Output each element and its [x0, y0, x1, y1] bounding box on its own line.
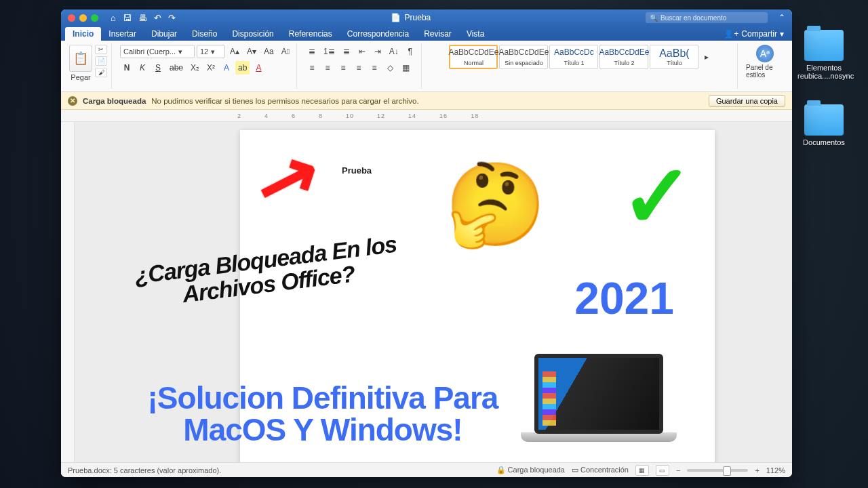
doc-name: Prueba [405, 13, 431, 22]
overlay-solution: ¡Solucion Definitiva Para MacOS Y Window… [133, 382, 513, 446]
zoom-level[interactable]: 112% [766, 466, 785, 474]
font-size-select[interactable]: 12▾ [197, 45, 225, 58]
web-layout-view-button[interactable]: ▭ [656, 465, 669, 476]
tab-referencias[interactable]: Referencias [281, 27, 340, 41]
font-name-select[interactable]: Calibri (Cuerp...▾ [120, 45, 195, 58]
paste-button[interactable]: 📋 [69, 45, 92, 72]
document-page[interactable]: Prueba ¿Carga Bloqueada En los Archivos … [240, 130, 715, 462]
word-doc-icon: 📄 [391, 13, 401, 22]
underline-button[interactable]: S [151, 61, 165, 75]
tab-dibujar[interactable]: Dibujar [144, 27, 184, 41]
tab-diseno[interactable]: Diseño [184, 27, 224, 41]
tab-vista[interactable]: Vista [459, 27, 492, 41]
home-icon[interactable]: ⌂ [111, 13, 116, 23]
tab-disposicion[interactable]: Disposición [224, 27, 281, 41]
redo-icon[interactable]: ↷ [168, 13, 176, 23]
tab-inicio[interactable]: Inicio [65, 27, 101, 41]
superscript-button[interactable]: X² [204, 61, 218, 75]
shading-button[interactable]: ◇ [383, 61, 397, 75]
align-left-button[interactable]: ≡ [305, 61, 319, 75]
search-input[interactable]: 🔍 Buscar en documento [646, 12, 768, 23]
styles-more-button[interactable]: ▸ [700, 50, 713, 64]
shrink-font-button[interactable]: A▾ [244, 45, 259, 58]
folder-icon [804, 30, 844, 61]
strike-button[interactable]: abe [167, 61, 186, 75]
numbering-button[interactable]: 1≣ [321, 45, 338, 58]
bold-button[interactable]: N [120, 61, 134, 75]
style-titulo[interactable]: AaBb(Título [650, 45, 698, 69]
desktop-folder[interactable]: Elementos reubica....nosync [797, 30, 850, 80]
desktop-folder[interactable]: Documentos [797, 104, 850, 146]
page-text[interactable]: Prueba [342, 165, 372, 176]
status-focus[interactable]: ▭ Concentración [572, 466, 629, 474]
tab-revisar[interactable]: Revisar [416, 27, 459, 41]
print-icon[interactable]: 🖶 [138, 13, 147, 23]
zoom-icon[interactable] [91, 14, 98, 22]
borders-button[interactable]: ▦ [399, 61, 412, 75]
sort-button[interactable]: A↓ [387, 45, 401, 58]
font-group: Calibri (Cuerp...▾ 12▾ A▴ A▾ Aa A⃠ N K S… [116, 43, 297, 89]
titlebar: ⌂ 🖫 🖶 ↶ ↷ 📄 Prueba 🔍 Buscar en documento… [61, 9, 792, 26]
paste-label: Pegar [71, 73, 90, 81]
overlay-question: ¿Carga Bloqueada En los Archivos Office? [123, 231, 412, 314]
styles-pane-icon: Aᵃ [756, 45, 774, 62]
highlight-button[interactable]: ab [235, 61, 250, 75]
ribbon: 📋 Pegar ✂ 📄 🖌 Calibri (Cuerp...▾ 12▾ A▴ … [61, 41, 792, 92]
style-titulo-1[interactable]: AaBbCcDcTítulo 1 [549, 45, 598, 69]
bullets-button[interactable]: ≣ [305, 45, 319, 58]
status-blocked[interactable]: 🔒 Carga bloqueada [496, 466, 565, 474]
tab-correspondencia[interactable]: Correspondencia [340, 27, 416, 41]
minimize-icon[interactable] [79, 14, 87, 22]
search-icon: 🔍 [650, 14, 658, 22]
subscript-button[interactable]: X₂ [188, 61, 202, 75]
ribbon-tabs: Inicio Insertar Dibujar Diseño Disposici… [61, 26, 792, 41]
clear-format-button[interactable]: A⃠ [279, 45, 292, 58]
styles-group: AaBbCcDdEeNormal AaBbCcDdEeSin espaciado… [426, 43, 738, 89]
checkmark-icon: ✓ [620, 145, 694, 248]
zoom-out-button[interactable]: − [676, 466, 680, 474]
style-titulo-2[interactable]: AaBbCcDdEeTítulo 2 [599, 45, 648, 69]
thinking-emoji-icon: 🤔 [445, 157, 547, 252]
search-placeholder: Buscar en documento [660, 14, 726, 22]
zoom-slider[interactable] [687, 469, 748, 472]
close-icon[interactable] [68, 14, 75, 22]
cut-button[interactable]: ✂ [95, 45, 107, 54]
horizontal-ruler[interactable]: 24681012141618 [61, 110, 792, 122]
format-painter-button[interactable]: 🖌 [95, 68, 107, 77]
font-color-button[interactable]: A [252, 61, 265, 75]
window-controls[interactable] [68, 14, 98, 22]
share-button[interactable]: 👤+ Compartir ▾ [715, 27, 792, 41]
document-title: 📄 Prueba [181, 13, 640, 22]
ribbon-collapse-icon[interactable]: ⌃ [778, 13, 785, 22]
italic-button[interactable]: K [136, 61, 149, 75]
clipboard-group: 📋 Pegar ✂ 📄 🖌 [65, 43, 112, 89]
warning-title: Carga bloqueada [83, 97, 146, 105]
indent-button[interactable]: ⇥ [371, 45, 384, 58]
align-right-button[interactable]: ≡ [336, 61, 350, 75]
folder-icon [804, 104, 844, 136]
style-sin-espaciado[interactable]: AaBbCcDdEeSin espaciado [499, 45, 548, 69]
print-layout-view-button[interactable]: ▦ [635, 465, 649, 476]
warning-bar: ✕ Carga bloqueada No pudimos verificar s… [61, 92, 792, 110]
styles-pane-button[interactable]: Aᵃ Panel de estilos [746, 45, 784, 79]
zoom-in-button[interactable]: + [755, 466, 759, 474]
styles-pane-group: Aᵃ Panel de estilos [742, 43, 788, 89]
text-effects-button[interactable]: A [220, 61, 233, 75]
grow-font-button[interactable]: A▴ [227, 45, 242, 58]
justify-button[interactable]: ≡ [352, 61, 366, 75]
save-copy-button[interactable]: Guardar una copia [709, 95, 785, 107]
copy-button[interactable]: 📄 [95, 56, 107, 66]
line-spacing-button[interactable]: ≡ [368, 61, 381, 75]
outdent-button[interactable]: ⇤ [355, 45, 369, 58]
align-center-button[interactable]: ≡ [321, 61, 334, 75]
document-canvas[interactable]: Prueba ¿Carga Bloqueada En los Archivos … [61, 122, 792, 462]
pilcrow-button[interactable]: ¶ [403, 45, 417, 58]
tab-insertar[interactable]: Insertar [101, 27, 144, 41]
change-case-button[interactable]: Aa [261, 45, 277, 58]
style-normal[interactable]: AaBbCcDdEeNormal [449, 45, 498, 69]
multilevel-button[interactable]: ≣ [340, 45, 353, 58]
undo-icon[interactable]: ↶ [154, 13, 161, 23]
vertical-ruler[interactable] [61, 122, 75, 462]
save-icon[interactable]: 🖫 [123, 13, 132, 23]
warning-icon: ✕ [68, 96, 77, 106]
